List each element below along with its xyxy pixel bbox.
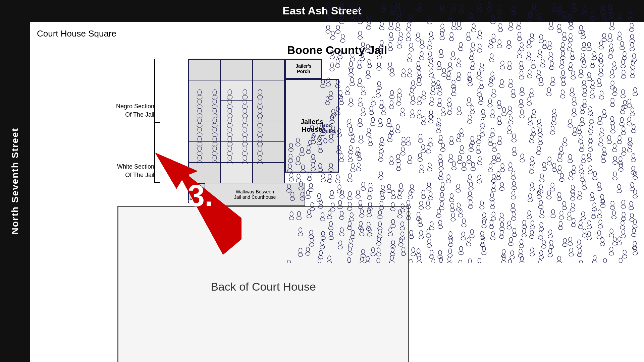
svg-point-1044 <box>348 202 352 207</box>
svg-point-1356 <box>578 248 581 253</box>
svg-point-505 <box>488 104 492 107</box>
svg-point-79 <box>602 18 606 22</box>
svg-point-457 <box>547 93 551 96</box>
svg-point-497 <box>437 103 442 107</box>
svg-point-1240 <box>491 232 494 236</box>
svg-point-1120 <box>451 213 455 218</box>
svg-point-1064 <box>450 203 454 208</box>
svg-point-854 <box>452 162 455 166</box>
svg-point-375 <box>630 74 635 78</box>
svg-point-577 <box>347 124 352 127</box>
svg-point-370 <box>610 70 614 74</box>
svg-point-1060 <box>426 201 430 205</box>
svg-point-888 <box>308 172 311 177</box>
svg-point-45 <box>328 18 333 21</box>
svg-point-724 <box>289 143 292 148</box>
svg-point-129 <box>340 39 345 43</box>
svg-point-1383 <box>417 261 422 263</box>
svg-point-973 <box>597 187 602 191</box>
svg-point-558 <box>532 110 535 114</box>
svg-point-951 <box>440 187 445 191</box>
svg-point-1431 <box>242 105 248 109</box>
svg-point-480 <box>359 98 362 103</box>
svg-point-582 <box>379 118 382 123</box>
svg-point-1303 <box>600 243 605 246</box>
svg-point-176 <box>380 40 383 45</box>
svg-point-1058 <box>420 201 423 206</box>
svg-point-140 <box>429 32 433 37</box>
svg-point-632 <box>396 125 399 129</box>
svg-point-1282 <box>449 238 452 243</box>
svg-point-670 <box>329 134 333 139</box>
svg-point-461 <box>570 93 575 96</box>
svg-point-466 <box>600 91 603 96</box>
svg-point-557 <box>520 115 524 118</box>
svg-point-187 <box>427 46 432 49</box>
svg-point-715 <box>588 139 593 143</box>
svg-point-226 <box>338 51 342 55</box>
svg-point-376 <box>321 79 325 84</box>
svg-point-409 <box>539 82 543 86</box>
svg-point-147 <box>466 37 471 41</box>
svg-point-34 <box>558 6 561 11</box>
svg-point-1133 <box>527 216 532 219</box>
svg-point-634 <box>437 125 440 129</box>
svg-point-7 <box>356 9 361 12</box>
svg-point-644 <box>532 127 535 132</box>
svg-point-1422 <box>258 89 262 95</box>
svg-point-399 <box>468 83 473 86</box>
svg-point-658 <box>611 125 614 129</box>
svg-point-496 <box>438 98 441 103</box>
svg-point-471 <box>621 95 626 98</box>
svg-point-814 <box>548 157 551 162</box>
svg-point-262 <box>593 51 596 56</box>
svg-point-1188 <box>540 223 543 227</box>
svg-point-1451 <box>242 123 248 127</box>
svg-point-759 <box>536 151 541 155</box>
svg-point-1191 <box>558 226 563 230</box>
svg-point-629 <box>366 133 371 136</box>
svg-point-1184 <box>523 220 526 225</box>
svg-point-148 <box>478 31 482 36</box>
svg-point-1384 <box>432 259 435 263</box>
svg-point-1091 <box>629 206 634 210</box>
svg-point-1432 <box>258 99 262 104</box>
svg-point-336 <box>408 69 411 73</box>
svg-point-133 <box>389 38 393 41</box>
svg-point-753 <box>476 150 481 154</box>
svg-point-758 <box>537 146 540 151</box>
svg-point-640 <box>491 128 494 133</box>
svg-point-777 <box>296 162 301 165</box>
svg-point-25 <box>487 8 492 11</box>
svg-point-1389 <box>447 262 452 263</box>
svg-point-834 <box>301 165 305 170</box>
svg-point-437 <box>410 93 414 96</box>
svg-point-682 <box>402 137 405 142</box>
svg-point-529 <box>369 111 374 115</box>
svg-point-1325 <box>390 252 395 256</box>
svg-point-244 <box>470 51 473 56</box>
svg-point-754 <box>493 143 496 148</box>
svg-point-327 <box>631 66 635 69</box>
svg-point-1164 <box>391 219 395 224</box>
svg-point-203 <box>527 45 531 48</box>
svg-point-1040 <box>331 203 334 207</box>
svg-point-668 <box>318 137 321 141</box>
svg-point-804 <box>478 157 481 161</box>
svg-point-1105 <box>349 218 354 221</box>
svg-point-1008 <box>440 192 444 197</box>
svg-point-436 <box>410 88 414 93</box>
svg-point-465 <box>590 95 595 98</box>
svg-point-1448 <box>228 118 232 123</box>
svg-point-717 <box>598 143 603 146</box>
svg-point-894 <box>336 175 339 179</box>
svg-point-633 <box>395 130 400 133</box>
svg-point-1379 <box>389 260 394 263</box>
svg-point-1312 <box>306 247 310 252</box>
svg-point-603 <box>537 124 542 127</box>
svg-point-1084 <box>601 199 604 204</box>
svg-point-1374 <box>366 256 369 261</box>
svg-point-1063 <box>439 206 444 210</box>
svg-point-1108 <box>367 208 371 213</box>
svg-point-751 <box>469 148 474 152</box>
